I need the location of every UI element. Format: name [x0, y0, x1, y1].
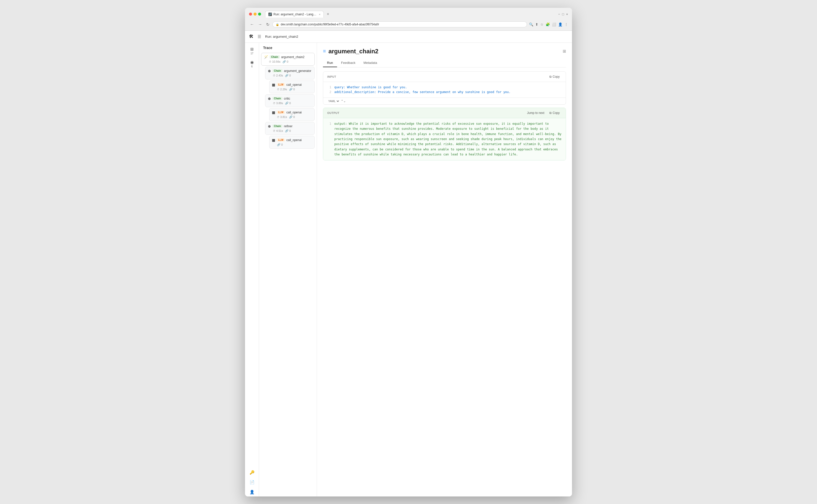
layout-toggle-icon[interactable]: ⊞ — [563, 49, 566, 53]
trace-children-gen: ▦ LLM call_openai ⏱ 2.29s 🔗 0 — [265, 80, 315, 93]
trace-meta-time-critic: ⏱ 3.89s — [273, 102, 283, 105]
copy-icon-output: ⧉ — [549, 111, 552, 115]
bookmark-icon[interactable]: ☆ — [540, 22, 544, 26]
jump-to-next-button[interactable]: Jump to next — [527, 111, 544, 115]
tab-feedback[interactable]: Feedback — [337, 59, 359, 67]
output-line-1: 1 output: While it is important to ackno… — [327, 121, 562, 157]
new-tab-button[interactable]: + — [325, 11, 331, 17]
link-icon-critic: 🔗 — [285, 102, 289, 105]
tab-bar: 🔗 Run: argument_chain2 - Lang… × + — [265, 11, 556, 18]
trace-item-name-root: argument_chain2 — [281, 55, 305, 59]
database-icon: ◉ — [250, 60, 254, 65]
grid-icon: ⊞ — [250, 47, 254, 52]
tab-favicon: 🔗 — [268, 13, 272, 16]
trace-item-argument-generator[interactable]: ⊕ Chain argument_generator ⏱ 2.43s 🔗 0 — [265, 67, 315, 79]
forward-button[interactable]: → — [257, 21, 263, 28]
input-code-content: 1 query: Whether sunshine is good for yo… — [323, 82, 566, 98]
trace-item-argument-chain2[interactable]: 🪄 Chain argument_chain2 ⏱ 10.56s 🔗 0 — [261, 53, 315, 66]
trace-meta-links-llm-critic: 🔗 0 — [289, 115, 295, 119]
trace-meta-time-llm-gen: ⏱ 2.29s — [277, 88, 287, 91]
sidebar-item-avatar[interactable]: 👤 — [246, 488, 258, 496]
trace-item-critic[interactable]: ⊕ Chain critic ⏱ 3.89s 🔗 0 — [265, 94, 315, 107]
trace-children-critic: ▦ LLM call_openai ⏱ 3.81s 🔗 0 — [265, 108, 315, 121]
trace-meta-time-refiner: ⏱ 4.51s — [273, 129, 283, 132]
extension-icon[interactable]: 🧩 — [546, 22, 550, 26]
input-line-2: 2 additional_description: Provide a conc… — [327, 90, 562, 95]
window-minimize-icon[interactable]: − — [558, 12, 560, 16]
output-copy-button[interactable]: ⧉ Copy — [547, 110, 562, 115]
back-button[interactable]: ← — [249, 21, 255, 28]
link-icon-llm-refiner: 🔗 — [277, 143, 280, 146]
clock-icon-gen: ⏱ — [273, 74, 275, 77]
trace-sidebar: Trace 🪄 Chain argument_chain2 ⏱ 10.56s 🔗… — [259, 43, 317, 496]
clock-icon-critic: ⏱ — [273, 102, 275, 105]
window-maximize-icon[interactable]: □ — [562, 12, 564, 16]
tab-metadata[interactable]: Metadata — [359, 59, 381, 67]
trace-type-badge-llm-refiner: LLM — [277, 138, 285, 142]
active-tab[interactable]: 🔗 Run: argument_chain2 - Lang… × — [265, 11, 324, 18]
zoom-icon[interactable]: 🔍 — [529, 22, 533, 26]
trace-item-llm-critic[interactable]: ▦ LLM call_openai ⏱ 3.81s 🔗 0 — [269, 108, 315, 121]
output-text-1: output: While it is important to acknowl… — [334, 121, 562, 157]
maximize-button[interactable] — [258, 13, 261, 16]
tab-close-button[interactable]: × — [319, 13, 320, 16]
document-icon: 📄 — [250, 480, 255, 485]
page-title: argument_chain2 — [329, 48, 379, 55]
output-label: OUTPUT — [327, 111, 339, 114]
link-icon-llm-critic: 🔗 — [289, 115, 293, 119]
sidebar-item-docs[interactable]: 📄 — [246, 478, 258, 487]
clock-icon-refiner: ⏱ — [273, 130, 275, 132]
trace-item-icon-root: 🪄 — [264, 55, 268, 59]
tab-run[interactable]: Run — [323, 59, 337, 67]
breadcrumb: Run: argument_chain2 — [265, 35, 298, 38]
share-icon[interactable]: ⬆ — [535, 22, 538, 26]
reload-button[interactable]: ↻ — [265, 21, 270, 28]
url-input[interactable] — [281, 23, 524, 26]
trace-children-refiner: ▦ LLM call_openai 🔗 0 — [265, 136, 315, 149]
clock-icon-llm-critic: ⏱ — [277, 116, 279, 118]
input-section-header: INPUT ⧉ Copy — [323, 72, 566, 82]
trace-type-badge-llm-gen: LLM — [277, 83, 285, 86]
trace-item-icon-critic: ⊕ — [268, 97, 271, 101]
output-header: OUTPUT Jump to next ⧉ Copy — [323, 108, 566, 118]
runs-badge: 17 — [251, 52, 253, 55]
trace-meta-links-critic: 🔗 0 — [285, 102, 291, 105]
link-icon-gen: 🔗 — [285, 74, 289, 77]
line-num-1: 1 — [327, 85, 331, 90]
window-close-icon[interactable]: × — [566, 12, 568, 16]
menu-icon[interactable]: ⋮ — [564, 22, 568, 26]
profile-icon[interactable]: 👤 — [558, 22, 562, 26]
input-copy-button[interactable]: ⧉ Copy — [547, 74, 562, 79]
trace-item-llm-refiner[interactable]: ▦ LLM call_openai 🔗 0 — [269, 136, 315, 149]
trace-item-refiner[interactable]: ⊕ Chain refiner ⏱ 4.51s 🔗 0 — [265, 122, 315, 135]
trace-meta-time-root: ⏱ 10.56s — [269, 60, 280, 63]
output-section: OUTPUT Jump to next ⧉ Copy 1 output: Whi… — [323, 108, 566, 160]
input-section: INPUT ⧉ Copy 1 query: Whether sunshine i… — [323, 71, 566, 105]
trace-item-name-gen: argument_generator — [284, 69, 311, 73]
trace-item-llm-gen[interactable]: ▦ LLM call_openai ⏱ 2.29s 🔗 0 — [269, 80, 315, 93]
app-layout: ⊞ 17 ◉ 6 🔑 📄 👤 Trace 🪄 — [245, 43, 572, 496]
close-button[interactable] — [249, 13, 252, 16]
trace-item-icon-gen: ⊕ — [268, 69, 271, 73]
main-content: ≡ argument_chain2 ⊞ Run Feedback Metadat… — [317, 43, 572, 496]
sidebar-item-data[interactable]: ◉ 6 — [246, 58, 258, 70]
trace-type-badge-gen: Chain — [272, 69, 282, 72]
sidebar-toggle-button[interactable]: ☰ — [257, 33, 262, 40]
trace-title: Trace — [261, 46, 315, 50]
trace-type-badge-llm-critic: LLM — [277, 111, 285, 114]
sidebar-item-runs[interactable]: ⊞ 17 — [246, 45, 258, 57]
trace-meta-links-refiner: 🔗 0 — [285, 129, 291, 133]
format-select[interactable]: YAML JSON — [327, 99, 340, 103]
input-line-1: 1 query: Whether sunshine is good for yo… — [327, 85, 562, 90]
browser-toolbar: ← → ↻ 🔒 🔍 ⬆ ☆ 🧩 ⬜ 👤 ⋮ — [245, 20, 572, 30]
sidebar-icon[interactable]: ⬜ — [552, 22, 556, 26]
trace-item-icon-llm-refiner: ▦ — [272, 138, 275, 142]
link-icon-llm-gen: 🔗 — [289, 88, 293, 91]
output-line-num-1: 1 — [327, 121, 331, 157]
address-bar[interactable]: 🔒 — [272, 21, 527, 27]
sidebar-item-key[interactable]: 🔑 — [246, 468, 258, 477]
app-logo: 🛠 — [249, 34, 254, 39]
output-actions: Jump to next ⧉ Copy — [527, 110, 562, 115]
trace-type-badge-refiner: Chain — [272, 124, 282, 128]
minimize-button[interactable] — [254, 13, 257, 16]
